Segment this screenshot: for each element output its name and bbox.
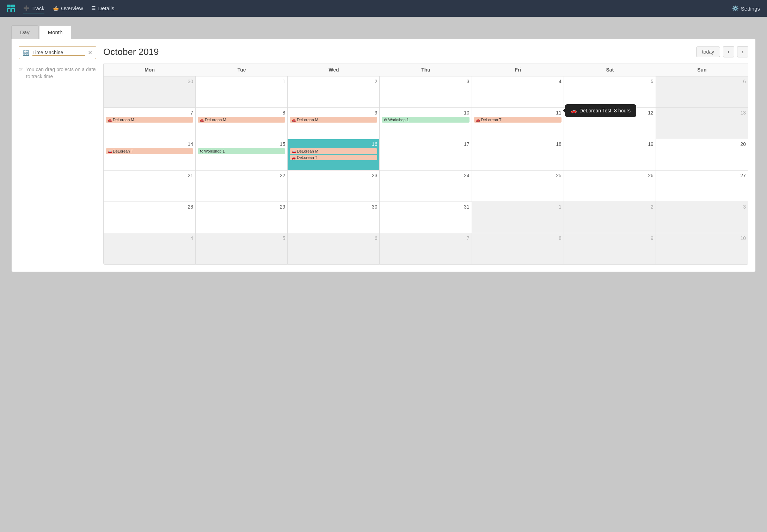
event-delorean-9[interactable]: 🚗 DeLorean M	[290, 117, 377, 123]
week-3: 14 🚗 DeLorean T 15 🛠 Workshop 1	[104, 139, 748, 171]
project-selector[interactable]: 🔙 Time Machine ✕	[19, 46, 96, 59]
calendar: October 2019 today ‹ › Mon Tue Wed Thu F…	[103, 46, 748, 265]
close-project-button[interactable]: ✕	[88, 49, 92, 56]
day-oct-29[interactable]: 29	[196, 202, 288, 233]
week-6: 4 5 6 7 8 9 10	[104, 233, 748, 264]
calendar-controls: today ‹ ›	[696, 46, 748, 57]
day-oct-31[interactable]: 31	[380, 202, 472, 233]
settings-button[interactable]: ⚙️ Settings	[732, 5, 760, 12]
calendar-grid: Mon Tue Wed Thu Fri Sat Sun 30 1	[103, 63, 748, 265]
tab-day[interactable]: Day	[11, 25, 38, 39]
day-oct-7[interactable]: 7 🚗 DeLorean M	[104, 108, 196, 139]
day-oct-30[interactable]: 30	[288, 202, 380, 233]
car-icon: 🚗	[476, 118, 480, 122]
nav-details[interactable]: ☰ Details	[91, 4, 114, 13]
sidebar: 🔙 Time Machine ✕ ☞ You can drag projects…	[19, 46, 96, 265]
week-5: 28 29 30 31 1 2 3	[104, 202, 748, 233]
event-delorean-14[interactable]: 🚗 DeLorean T	[106, 148, 193, 154]
day-oct-5[interactable]: 5	[564, 76, 656, 107]
day-oct-19[interactable]: 19	[564, 139, 656, 170]
gear-icon: ⚙️	[732, 5, 739, 12]
details-icon: ☰	[91, 5, 96, 11]
day-oct-21[interactable]: 21	[104, 171, 196, 202]
day-nov-3[interactable]: 3	[656, 202, 748, 233]
event-workshop-15[interactable]: 🛠 Workshop 1	[198, 148, 285, 154]
calendar-weekday-headers: Mon Tue Wed Thu Fri Sat Sun	[104, 63, 748, 76]
day-oct-6[interactable]: 6	[656, 76, 748, 107]
day-oct-27[interactable]: 27	[656, 171, 748, 202]
today-button[interactable]: today	[696, 47, 720, 57]
close-hint-button[interactable]: ✕	[92, 66, 96, 73]
drag-hint-icon: ☞	[19, 66, 23, 73]
day-oct-10[interactable]: 10 🛠 Workshop 1	[380, 108, 472, 139]
day-nov-9[interactable]: 9	[564, 233, 656, 264]
day-oct-13[interactable]: 13	[656, 108, 748, 139]
day-oct-14[interactable]: 14 🚗 DeLorean T	[104, 139, 196, 170]
day-oct-16[interactable]: 16 🚗 DeLorean M 🚗 DeLorean T	[288, 139, 380, 170]
overview-icon: 🥧	[53, 5, 59, 11]
day-oct-2[interactable]: 2	[288, 76, 380, 107]
nav-left: ➕ Track 🥧 Overview ☰ Details	[7, 4, 114, 13]
header-wed: Wed	[288, 63, 380, 76]
day-oct-3[interactable]: 3	[380, 76, 472, 107]
event-workshop-10[interactable]: 🛠 Workshop 1	[382, 117, 469, 123]
tools-icon: 🛠	[200, 149, 203, 153]
day-nov-8[interactable]: 8	[472, 233, 564, 264]
car-icon: 🚗	[292, 156, 296, 160]
next-month-button[interactable]: ›	[737, 46, 748, 57]
header-fri: Fri	[472, 63, 564, 76]
day-nov-7[interactable]: 7	[380, 233, 472, 264]
day-nov-6[interactable]: 6	[288, 233, 380, 264]
header-sat: Sat	[564, 63, 656, 76]
tab-month[interactable]: Month	[39, 25, 72, 39]
car-icon: 🚗	[292, 149, 296, 153]
day-oct-25[interactable]: 25	[472, 171, 564, 202]
day-oct-11[interactable]: 11 🚗 DeLorean T 🚗 DeLorean Test: 8 hours	[472, 108, 564, 139]
event-delorean-7[interactable]: 🚗 DeLorean M	[106, 117, 193, 123]
event-delorean-8[interactable]: 🚗 DeLorean M	[198, 117, 285, 123]
day-nov-5[interactable]: 5	[196, 233, 288, 264]
day-nov-2[interactable]: 2	[564, 202, 656, 233]
day-oct-26[interactable]: 26	[564, 171, 656, 202]
event-delorean-16b[interactable]: 🚗 DeLorean T	[290, 155, 377, 160]
back-icon: 🔙	[23, 49, 30, 56]
day-oct-8[interactable]: 8 🚗 DeLorean M	[196, 108, 288, 139]
day-oct-18[interactable]: 18	[472, 139, 564, 170]
day-oct-23[interactable]: 23	[288, 171, 380, 202]
nav-overview[interactable]: 🥧 Overview	[53, 4, 83, 13]
day-oct-1[interactable]: 1	[196, 76, 288, 107]
day-oct-9[interactable]: 9 🚗 DeLorean M	[288, 108, 380, 139]
header-mon: Mon	[104, 63, 196, 76]
car-icon: 🚗	[108, 149, 112, 153]
car-icon: 🚗	[200, 118, 204, 122]
prev-month-button[interactable]: ‹	[723, 46, 734, 57]
day-nov-10[interactable]: 10	[656, 233, 748, 264]
calendar-container: 🔙 Time Machine ✕ ☞ You can drag projects…	[11, 39, 756, 272]
nav-track[interactable]: ➕ Track	[23, 4, 44, 13]
week-4: 21 22 23 24 25 26 27	[104, 171, 748, 202]
calendar-title: October 2019	[103, 47, 159, 57]
day-nov-4[interactable]: 4	[104, 233, 196, 264]
header-sun: Sun	[656, 63, 748, 76]
tooltip-car-icon: 🚗	[571, 108, 577, 113]
event-delorean-16a[interactable]: 🚗 DeLorean M	[290, 148, 377, 154]
day-oct-24[interactable]: 24	[380, 171, 472, 202]
car-icon: 🚗	[292, 118, 296, 122]
day-oct-20[interactable]: 20	[656, 139, 748, 170]
week-1: 30 1 2 3 4	[104, 76, 748, 108]
day-oct-17[interactable]: 17	[380, 139, 472, 170]
day-oct-4[interactable]: 4	[472, 76, 564, 107]
app-logo[interactable]	[7, 5, 15, 12]
header-thu: Thu	[380, 63, 472, 76]
main-area: Day Month 🔙 Time Machine ✕ ☞ You can dra…	[0, 17, 767, 280]
day-sep-30[interactable]: 30	[104, 76, 196, 107]
day-nov-1[interactable]: 1	[472, 202, 564, 233]
event-delorean-11[interactable]: 🚗 DeLorean T	[474, 117, 562, 123]
day-oct-15[interactable]: 15 🛠 Workshop 1	[196, 139, 288, 170]
tools-icon: 🛠	[384, 118, 387, 122]
top-navigation: ➕ Track 🥧 Overview ☰ Details ⚙️ Settings	[0, 0, 767, 17]
day-oct-28[interactable]: 28	[104, 202, 196, 233]
day-oct-22[interactable]: 22	[196, 171, 288, 202]
view-tabs: Day Month	[11, 25, 756, 39]
car-icon: 🚗	[108, 118, 112, 122]
